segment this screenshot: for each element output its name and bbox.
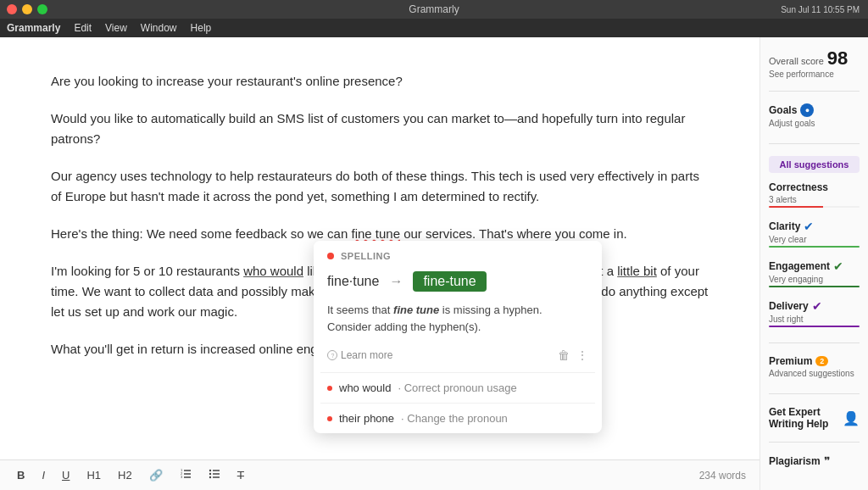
- clear-format-button[interactable]: T̶: [234, 467, 248, 483]
- correctness-bar: [769, 206, 860, 208]
- clarity-title: Clarity: [769, 220, 800, 232]
- delivery-sub: Just right: [769, 315, 860, 324]
- clarity-sub: Very clear: [769, 235, 860, 244]
- engagement-section[interactable]: Engagement ✔ Very engaging: [769, 259, 860, 287]
- score-label: Overall score: [769, 56, 824, 66]
- svg-point-9: [209, 470, 210, 471]
- suggestion-item-2[interactable]: their phone · Change the pronoun: [314, 404, 602, 433]
- unordered-list-button[interactable]: [205, 466, 224, 484]
- engagement-sub: Very engaging: [769, 275, 860, 284]
- misspelled-word[interactable]: fine tune: [351, 226, 400, 241]
- right-panel: Overall score 98 See performance Goals ●…: [760, 37, 868, 490]
- clarity-bar: [769, 246, 860, 248]
- learn-more-label: Learn more: [341, 349, 392, 361]
- window-title: Grammarly: [409, 3, 459, 15]
- link-button[interactable]: 🔗: [146, 467, 166, 483]
- panel-divider-4: [769, 393, 860, 394]
- panel-divider-3: [769, 342, 860, 343]
- all-suggestions-button[interactable]: All suggestions: [769, 156, 860, 173]
- maximize-button[interactable]: [37, 4, 47, 14]
- item-2-word: their phone: [339, 412, 394, 425]
- premium-title: Premium: [769, 355, 812, 367]
- premium-section[interactable]: Premium 2 Advanced suggestions: [769, 355, 860, 378]
- svg-text:?: ?: [331, 353, 335, 359]
- status-bar-icons: Sun Jul 11 10:55 PM: [781, 5, 860, 14]
- delete-icon[interactable]: 🗑: [558, 348, 570, 362]
- word-count: 234 words: [699, 470, 746, 482]
- alert-dot-2: [327, 416, 332, 421]
- svg-point-11: [209, 476, 210, 478]
- action-icons: 🗑 ⋮: [558, 348, 588, 362]
- panel-divider-2: [769, 143, 860, 144]
- premium-sub: Advanced suggestions: [769, 369, 860, 378]
- menu-window[interactable]: Window: [141, 22, 177, 34]
- alert-dot-1: [327, 386, 332, 391]
- ordered-list-button[interactable]: 123: [176, 466, 195, 484]
- goals-sub[interactable]: Adjust goals: [769, 119, 860, 128]
- spelling-indicator: [327, 253, 334, 259]
- app-container: Are you looking to increase your restaur…: [0, 37, 868, 490]
- correctness-sub: 3 alerts: [769, 195, 860, 204]
- close-button[interactable]: [7, 4, 17, 14]
- word-replacement-row: fine·tune → fine-tune: [314, 268, 602, 302]
- h2-button[interactable]: H2: [114, 467, 136, 483]
- menubar: Grammarly Edit View Window Help: [0, 19, 868, 37]
- goals-section: Goals ● Adjust goals: [769, 103, 860, 128]
- item-1-action: · Correct pronoun usage: [398, 381, 516, 394]
- goals-badge: ●: [800, 103, 814, 117]
- original-word: fine·tune: [327, 274, 379, 289]
- suggestion-description: It seems that fine tune is missing a hyp…: [314, 302, 602, 345]
- minimize-button[interactable]: [22, 4, 32, 14]
- menu-help[interactable]: Help: [191, 22, 212, 34]
- svg-text:3: 3: [181, 475, 183, 479]
- delivery-title: Delivery: [769, 300, 809, 312]
- question-icon: ?: [327, 350, 337, 360]
- flagged-phrase-2[interactable]: little bit: [617, 264, 657, 278]
- flagged-phrase-1[interactable]: who would: [243, 264, 303, 278]
- delivery-bar: [769, 326, 860, 327]
- delivery-section[interactable]: Delivery ✔ Just right: [769, 299, 860, 327]
- menu-view[interactable]: View: [105, 22, 127, 34]
- score-section: Overall score 98 See performance: [769, 47, 860, 79]
- menu-grammarly[interactable]: Grammarly: [7, 22, 60, 34]
- goals-title: Goals: [769, 104, 797, 116]
- plagiarism-section[interactable]: Plagiarism ❞: [769, 454, 860, 468]
- panel-divider-5: [769, 442, 860, 443]
- engagement-title: Engagement: [769, 260, 830, 272]
- window-controls[interactable]: [7, 4, 47, 14]
- h1-button[interactable]: H1: [83, 467, 104, 483]
- expert-title: Get Expert Writing Help: [769, 406, 837, 430]
- titlebar: Grammarly Sun Jul 11 10:55 PM: [0, 0, 868, 19]
- learn-more-link[interactable]: ? Learn more: [327, 349, 392, 361]
- suggested-word[interactable]: fine-tune: [413, 271, 486, 292]
- premium-badge: 2: [815, 356, 828, 366]
- correctness-title: Correctness: [769, 181, 828, 193]
- desc-prefix: It seems that: [327, 303, 390, 316]
- italic-button[interactable]: I: [38, 467, 48, 483]
- bold-button[interactable]: B: [14, 467, 28, 483]
- item-2-action: · Change the pronoun: [401, 412, 508, 425]
- time-display: Sun Jul 11 10:55 PM: [781, 5, 860, 14]
- clarity-section[interactable]: Clarity ✔ Very clear: [769, 220, 860, 248]
- panel-divider-1: [769, 91, 860, 92]
- expert-icon: 👤: [843, 410, 860, 426]
- score-number: 98: [827, 47, 848, 70]
- suggestion-type: SPELLING: [341, 251, 391, 261]
- desc-word: fine tune: [393, 303, 439, 316]
- arrow-icon: →: [389, 274, 403, 289]
- suggestion-item-1[interactable]: who would · Correct pronoun usage: [314, 373, 602, 403]
- paragraph-2: Would you like to automatically build an…: [51, 109, 709, 149]
- paragraph-3: Our agency uses technology to help resta…: [51, 166, 709, 207]
- expert-section[interactable]: Get Expert Writing Help 👤: [769, 406, 860, 430]
- more-options-icon[interactable]: ⋮: [576, 348, 588, 362]
- suggestion-header: SPELLING: [314, 241, 602, 268]
- menu-edit[interactable]: Edit: [74, 22, 92, 34]
- plagiarism-title: Plagiarism: [769, 455, 821, 467]
- svg-point-10: [209, 473, 210, 475]
- correctness-section[interactable]: Correctness 3 alerts: [769, 181, 860, 208]
- delivery-check-icon: ✔: [812, 299, 822, 313]
- see-performance-link[interactable]: See performance: [769, 70, 860, 79]
- plagiarism-icon: ❞: [824, 454, 831, 468]
- suggestion-action-bar: ? Learn more 🗑 ⋮: [314, 345, 602, 372]
- underline-button[interactable]: U: [58, 467, 73, 483]
